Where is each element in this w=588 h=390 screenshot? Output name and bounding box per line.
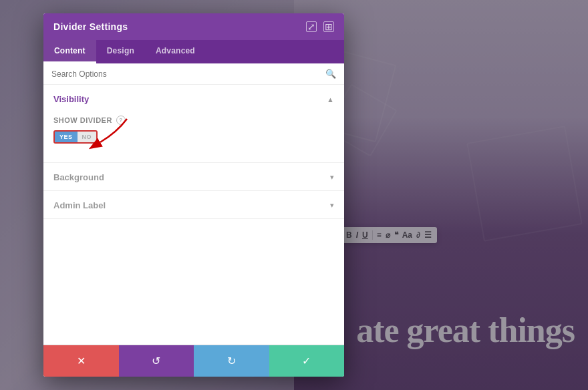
visibility-chevron: ▲ <box>327 95 334 104</box>
admin-label-section-title: Admin Label <box>53 200 106 210</box>
show-divider-field: Show Divider ? YES NO <box>53 116 334 144</box>
resize-icon[interactable]: ⤢ <box>306 21 317 32</box>
columns-icon[interactable]: ⊞ <box>323 21 334 32</box>
tab-bar: Content Design Advanced <box>43 40 344 63</box>
visibility-content: Show Divider ? YES NO <box>43 112 344 162</box>
visibility-section-title: Visibility <box>53 94 89 104</box>
modal-header: Divider Settings ⤢ ⊞ <box>43 13 344 40</box>
tab-content[interactable]: Content <box>43 40 96 63</box>
save-button[interactable]: ✓ <box>269 345 345 377</box>
toggle-no-label: NO <box>78 132 97 142</box>
show-divider-label-text: Show Divider <box>53 116 112 124</box>
background-section-header[interactable]: Background ▾ <box>43 163 344 190</box>
redo-button[interactable]: ↻ <box>194 345 269 377</box>
show-divider-label: Show Divider ? <box>53 116 334 125</box>
toggle-yes-label: YES <box>55 132 78 142</box>
background-section: Background ▾ <box>43 163 344 191</box>
search-bar: 🔍 <box>43 63 344 85</box>
show-divider-help-icon[interactable]: ? <box>116 116 126 125</box>
tab-design[interactable]: Design <box>96 40 145 63</box>
cancel-button[interactable]: ✕ <box>43 345 119 377</box>
modal-title: Divider Settings <box>53 21 128 32</box>
search-input[interactable] <box>51 69 325 79</box>
visibility-section-header[interactable]: Visibility ▲ <box>43 85 344 112</box>
modal-content: Visibility ▲ Show Divider ? YES NO <box>43 85 344 345</box>
show-divider-toggle[interactable]: YES NO <box>53 130 98 144</box>
background-section-title: Background <box>53 172 104 182</box>
undo-button[interactable]: ↺ <box>119 345 194 377</box>
modal-footer: ✕ ↺ ↻ ✓ <box>43 345 344 377</box>
admin-label-chevron: ▾ <box>330 201 334 210</box>
divider-settings-modal: Divider Settings ⤢ ⊞ Content Design Adva… <box>43 13 344 377</box>
admin-label-section: Admin Label ▾ <box>43 191 344 219</box>
admin-label-section-header[interactable]: Admin Label ▾ <box>43 191 344 218</box>
tab-advanced[interactable]: Advanced <box>145 40 206 63</box>
search-icon: 🔍 <box>325 69 336 79</box>
visibility-section: Visibility ▲ Show Divider ? YES NO <box>43 85 344 163</box>
modal-header-icons: ⤢ ⊞ <box>306 21 334 32</box>
background-chevron: ▾ <box>330 173 334 182</box>
